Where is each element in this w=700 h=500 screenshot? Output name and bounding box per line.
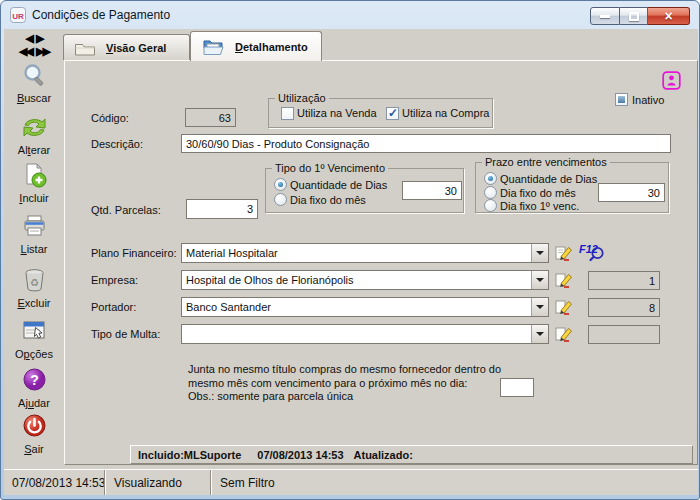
inativo-label[interactable]: Inativo <box>632 94 664 106</box>
close-button[interactable]: × <box>648 7 690 25</box>
tipo-vencimento-legend: Tipo do 1º Vencimento <box>272 162 388 174</box>
incluido-user: MLSuporte <box>184 449 241 461</box>
app-window: UR Condições de Pagamento × ◀▶ ◀◀▶▶ Busc… <box>0 0 700 500</box>
incluido-datetime: 07/08/2013 14:53 <box>257 449 343 461</box>
plano-financeiro-label: Plano Financeiro: <box>91 247 177 259</box>
f12-search-icon[interactable]: F12 <box>579 241 607 262</box>
portador-combobox[interactable]: Banco Santander <box>181 297 549 317</box>
prazo-quantidade-dias-label[interactable]: Quantidade de Dias <box>500 173 597 185</box>
title-bar: UR Condições de Pagamento × <box>1 1 699 29</box>
minimize-icon <box>600 15 610 18</box>
prazo-groupbox: Prazo entre vencimentos Quantidade de Di… <box>475 162 669 213</box>
prazo-dia-fixo-venc-label[interactable]: Dia fixo 1º venc. <box>500 200 579 212</box>
chevron-down-icon <box>536 251 544 255</box>
closed-folder-icon <box>74 40 96 56</box>
edit-record-icon[interactable] <box>555 271 572 288</box>
sidebar-button-incluir[interactable]: Incluir <box>4 162 64 204</box>
utiliza-compra-checkbox[interactable] <box>386 107 399 120</box>
sidebar-label-listar: Listar <box>21 243 48 255</box>
nav-prev-button[interactable]: ◀ <box>26 32 32 44</box>
empresa-dropdown-button[interactable] <box>531 271 548 289</box>
chevron-down-icon <box>536 278 544 282</box>
descricao-input[interactable]: 30/60/90 Dias - Produto Consignação <box>181 134 671 153</box>
refresh-icon <box>21 114 48 141</box>
tipo-quantidade-dias-radio[interactable] <box>274 178 287 191</box>
utiliza-venda-checkbox[interactable] <box>281 107 294 120</box>
tipo-quantidade-dias-label[interactable]: Quantidade de Dias <box>290 179 387 191</box>
utilizacao-groupbox: Utilização Utiliza na Venda Utiliza na C… <box>268 98 493 128</box>
printer-icon <box>21 213 48 240</box>
tipo-dia-fixo-radio[interactable] <box>274 193 287 206</box>
sidebar-button-buscar[interactable]: Buscar <box>4 62 64 104</box>
nav-next-button[interactable]: ▶ <box>36 32 42 44</box>
nav-first-button[interactable]: ◀◀ <box>19 45 32 57</box>
sidebar-label-opcoes: Opções <box>15 348 53 360</box>
maximize-button[interactable] <box>620 7 648 25</box>
empresa-label: Empresa: <box>91 274 138 286</box>
junta-dia-input[interactable] <box>500 378 534 397</box>
detalhamento-panel: Inativo Código: 63 Utilização Utiliza na… <box>64 60 698 465</box>
power-icon <box>21 413 48 440</box>
incluido-label: Incluido: <box>138 449 184 461</box>
tipo-multa-combobox[interactable] <box>181 324 549 344</box>
person-icon[interactable] <box>662 71 681 90</box>
qtd-parcelas-input[interactable]: 3 <box>186 199 258 219</box>
svg-text:UR: UR <box>12 12 24 21</box>
nav-last-button[interactable]: ▶▶ <box>36 45 49 57</box>
sidebar-label-alterar: Alterar <box>18 144 50 156</box>
tipo-multa-code-field <box>588 325 660 344</box>
sidebar-button-excluir[interactable]: ♻ Excluir <box>4 267 64 309</box>
status-datetime: 07/08/2013 14:53 <box>4 476 104 490</box>
chevron-down-icon <box>536 305 544 309</box>
prazo-dia-fixo-label[interactable]: Dia fixo do mês <box>500 187 576 199</box>
minimize-button[interactable] <box>590 7 620 25</box>
junta-text: Junta no mesmo título compras do mesmo f… <box>188 363 518 404</box>
add-document-icon <box>21 162 48 189</box>
sidebar-button-ajudar[interactable]: ? Ajudar <box>4 367 64 409</box>
tab-detalhamento[interactable]: Detalhamento <box>190 31 322 61</box>
status-bar: 07/08/2013 14:53 Visualizando Sem Filtro <box>4 469 698 495</box>
record-navigation: ◀▶ ◀◀▶▶ <box>4 32 64 58</box>
sidebar-label-sair: Sair <box>24 443 44 455</box>
plano-financeiro-dropdown-button[interactable] <box>531 244 548 262</box>
svg-text:?: ? <box>30 372 39 388</box>
portador-code-field: 8 <box>588 298 660 317</box>
prazo-dias-input[interactable]: 30 <box>598 183 665 202</box>
empresa-combobox[interactable]: Hospital de Olhos de Florianópolis <box>181 270 549 290</box>
plano-financeiro-combobox[interactable]: Material Hospitalar <box>181 243 549 263</box>
portador-dropdown-button[interactable] <box>531 298 548 316</box>
portador-label: Portador: <box>91 301 136 313</box>
sidebar: ◀▶ ◀◀▶▶ Buscar Alterar <box>4 29 64 469</box>
sidebar-button-opcoes[interactable]: Opções <box>4 318 64 360</box>
utiliza-compra-label[interactable]: Utiliza na Compra <box>402 107 489 119</box>
edit-record-icon[interactable] <box>555 298 572 315</box>
sidebar-button-alterar[interactable]: Alterar <box>4 114 64 156</box>
status-mode: Visualizando <box>106 476 210 490</box>
tipo-dias-input[interactable]: 30 <box>402 181 462 200</box>
prazo-dia-fixo-radio[interactable] <box>484 186 497 199</box>
prazo-dia-fixo-venc-radio[interactable] <box>484 199 497 212</box>
app-icon: UR <box>10 7 26 23</box>
prazo-quantidade-dias-radio[interactable] <box>484 172 497 185</box>
inativo-checkbox[interactable] <box>615 93 628 106</box>
window-controls: × <box>590 7 690 25</box>
edit-record-icon[interactable] <box>555 325 572 342</box>
edit-record-icon[interactable] <box>555 244 572 261</box>
sidebar-label-buscar: Buscar <box>17 92 51 104</box>
tab-visao-geral[interactable]: Visão Geral <box>63 34 190 60</box>
sidebar-button-listar[interactable]: Listar <box>4 213 64 255</box>
utilizacao-legend: Utilização <box>275 92 329 104</box>
open-folder-icon <box>201 38 225 56</box>
empresa-code-field: 1 <box>588 271 660 290</box>
close-icon: × <box>664 9 672 23</box>
codigo-field: 63 <box>185 108 236 127</box>
audit-bar: Incluido:MLSuporte 07/08/2013 14:53 Atua… <box>130 445 693 464</box>
tipo-dia-fixo-label[interactable]: Dia fixo do mês <box>290 194 366 206</box>
qtd-parcelas-label: Qtd. Parcelas: <box>91 204 161 216</box>
tipo-multa-dropdown-button[interactable] <box>531 325 548 343</box>
descricao-label: Descrição: <box>91 138 143 150</box>
sidebar-button-sair[interactable]: Sair <box>4 413 64 455</box>
utiliza-venda-label[interactable]: Utiliza na Venda <box>297 107 377 119</box>
svg-text:♻: ♻ <box>30 277 39 288</box>
maximize-icon <box>629 12 639 21</box>
